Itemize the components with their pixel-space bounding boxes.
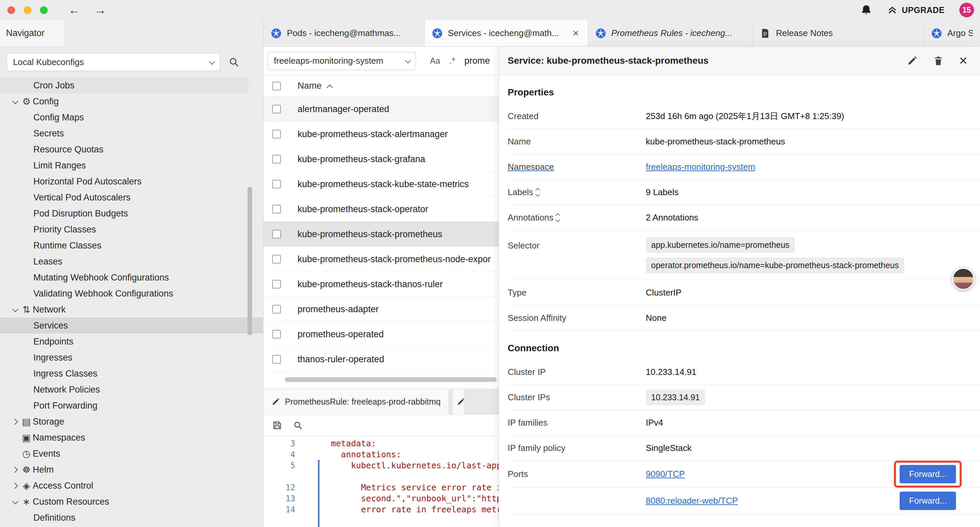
checkbox[interactable] xyxy=(272,305,281,314)
checkbox[interactable] xyxy=(272,330,281,339)
table-row[interactable]: kube-prometheus-stack-operator xyxy=(264,197,499,222)
forward-button[interactable]: Forward... xyxy=(900,465,956,483)
namespace-selector[interactable]: freeleaps-monitoring-system xyxy=(267,52,416,70)
sidebar-item-priority-classes[interactable]: Priority Classes xyxy=(0,221,263,237)
code-editor[interactable]: 3metadata:4 annotations:5 kubectl.kubern… xyxy=(264,436,499,527)
sidebar-item-access-control[interactable]: ◈Access Control xyxy=(0,478,263,494)
table-row[interactable]: kube-prometheus-stack-thanos-ruler xyxy=(264,272,499,297)
tab-release-notes[interactable]: Release Notes xyxy=(752,20,924,46)
name-column-header[interactable]: Name xyxy=(298,81,321,91)
notification-badge[interactable]: 15 xyxy=(959,3,974,18)
sidebar-item-runtime-classes[interactable]: Runtime Classes xyxy=(0,237,263,253)
kubeconfig-selector[interactable]: Local Kubeconfigs xyxy=(7,53,220,71)
checkbox[interactable] xyxy=(272,280,281,288)
sidebar-item-port-forwarding[interactable]: Port Forwarding xyxy=(0,398,263,414)
sidebar-item-network[interactable]: ⇅Network xyxy=(0,301,263,318)
checkbox[interactable] xyxy=(272,205,281,213)
match-case-toggle[interactable]: Aa xyxy=(430,56,440,66)
sidebar-item-ingresses[interactable]: Ingresses xyxy=(0,350,263,366)
sidebar-item-limit-ranges[interactable]: Limit Ranges xyxy=(0,158,263,174)
expand-toggle-icon[interactable] xyxy=(536,188,539,196)
checkbox[interactable] xyxy=(272,180,281,188)
forward-button[interactable]: Forward... xyxy=(900,492,956,510)
sidebar-item-definitions[interactable]: Definitions xyxy=(0,509,263,525)
tab-pods-icecheng-mathmas[interactable]: Pods - icecheng@mathmas... xyxy=(264,20,425,46)
checkbox[interactable] xyxy=(272,130,281,139)
sidebar-item-mutating-webhook-configurations[interactable]: Mutating Webhook Configurations xyxy=(0,269,263,285)
editor-tab-prometheusrule-freeleaps-prod-rabbitmq[interactable]: PrometheusRule: freeleaps-prod-rabbitmq xyxy=(264,389,449,414)
sidebar-item-ingress-classes[interactable]: Ingress Classes xyxy=(0,366,263,382)
table-row[interactable]: kube-prometheus-stack-prometheus xyxy=(264,222,499,247)
checkbox[interactable] xyxy=(272,105,281,113)
table-row[interactable]: alertmanager-operated xyxy=(264,97,499,122)
table-row[interactable]: prometheus-operated xyxy=(264,322,499,347)
delete-trash-icon[interactable] xyxy=(933,56,943,66)
tab-prometheus-rules-icecheng[interactable]: Prometheus Rules - icecheng... xyxy=(588,20,753,46)
checkbox[interactable] xyxy=(272,230,281,239)
horizontal-scrollbar[interactable] xyxy=(285,377,497,382)
table-row[interactable]: kube-prometheus-stack-grafana xyxy=(264,147,499,172)
regex-toggle[interactable]: .* xyxy=(450,56,455,66)
checkbox[interactable] xyxy=(272,255,281,263)
tab-argo-s[interactable]: Argo S xyxy=(924,20,980,46)
sidebar-item-label: Port Forwarding xyxy=(33,401,97,411)
checkbox[interactable] xyxy=(272,355,281,363)
table-row[interactable]: kube-prometheus-stack-alertmanager xyxy=(264,122,499,147)
save-icon[interactable] xyxy=(272,420,282,430)
sidebar-item-resource-quotas[interactable]: Resource Quotas xyxy=(0,142,263,158)
sidebar-item-events[interactable]: ◷Events xyxy=(0,446,263,462)
notifications-bell-icon[interactable] xyxy=(860,4,872,16)
avatar[interactable] xyxy=(952,268,974,290)
code-text: Metrics service error rate is {{ $va xyxy=(313,482,499,492)
sidebar-item-horizontal-pod-autoscalers[interactable]: Horizontal Pod Autoscalers xyxy=(0,174,263,189)
sidebar-item-config-maps[interactable]: Config Maps xyxy=(0,110,263,126)
editor-tab-partial[interactable] xyxy=(452,389,464,414)
edit-pencil-icon[interactable] xyxy=(907,56,918,66)
sidebar-item-custom-resources[interactable]: ∗Custom Resources xyxy=(0,494,263,509)
close-tab-icon[interactable]: × xyxy=(571,27,581,39)
table-header: Name xyxy=(264,75,499,97)
search-icon[interactable] xyxy=(293,420,303,430)
property-label-text: IP family policy xyxy=(508,443,565,453)
sidebar-item-secrets[interactable]: Secrets xyxy=(0,126,263,142)
table-row[interactable]: prometheus-adapter xyxy=(264,297,499,322)
sidebar-item-namespaces[interactable]: ▣Namespaces xyxy=(0,430,263,446)
sidebar-item-cron-jobs[interactable]: Cron Jobs xyxy=(0,77,248,93)
close-window-button[interactable] xyxy=(7,6,15,14)
forward-button[interactable]: → xyxy=(94,0,107,20)
sidebar-item-services[interactable]: Services xyxy=(0,318,263,334)
minimize-window-button[interactable] xyxy=(24,6,31,14)
checkbox[interactable] xyxy=(272,155,281,164)
close-icon[interactable]: × xyxy=(959,54,967,68)
sidebar-item-config[interactable]: ⚙Config xyxy=(0,93,263,110)
maximize-window-button[interactable] xyxy=(40,6,48,14)
sidebar-item-storage[interactable]: ▤Storage xyxy=(0,414,263,430)
sidebar-item-endpoints[interactable]: Endpoints xyxy=(0,334,263,350)
property-row-name: Namekube-prometheus-stack-prometheus xyxy=(508,129,980,154)
port-link[interactable]: 9090/TCP xyxy=(646,469,685,479)
sidebar-item-network-policies[interactable]: Network Policies xyxy=(0,382,263,398)
table-row[interactable]: kube-prometheus-stack-prometheus-node-ex… xyxy=(264,247,499,272)
value-link[interactable]: freeleaps-monitoring-system xyxy=(646,162,755,172)
sidebar-item-label: Ingresses xyxy=(33,353,72,363)
sidebar-scrollbar[interactable] xyxy=(248,187,252,335)
upgrade-button[interactable]: UPGRADE xyxy=(887,5,945,15)
table-row[interactable]: thanos-ruler-operated xyxy=(264,347,499,372)
line-number: 5 xyxy=(264,461,313,470)
tab-services-icecheng-math[interactable]: Services - icecheng@math...× xyxy=(425,20,588,46)
code-lines: 3metadata:4 annotations:5 kubectl.kubern… xyxy=(264,438,499,515)
expand-toggle-icon[interactable] xyxy=(556,214,559,221)
search-icon[interactable] xyxy=(228,56,240,68)
sidebar-item-pod-disruption-budgets[interactable]: Pod Disruption Budgets xyxy=(0,205,263,221)
select-all-checkbox[interactable] xyxy=(272,82,281,91)
back-button[interactable]: ← xyxy=(68,0,80,20)
table-row[interactable]: kube-prometheus-stack-kube-state-metrics xyxy=(264,172,499,197)
code-line: 3metadata: xyxy=(264,438,499,449)
port-link[interactable]: 8080:reloader-web/TCP xyxy=(646,496,738,506)
service-name: alertmanager-operated xyxy=(298,104,389,115)
search-query-input[interactable]: prome xyxy=(464,56,490,66)
sidebar-item-validating-webhook-configurations[interactable]: Validating Webhook Configurations xyxy=(0,285,263,301)
sidebar-item-helm[interactable]: ☸Helm xyxy=(0,462,263,478)
sidebar-item-vertical-pod-autoscalers[interactable]: Vertical Pod Autoscalers xyxy=(0,189,263,205)
sidebar-item-leases[interactable]: Leases xyxy=(0,253,263,269)
